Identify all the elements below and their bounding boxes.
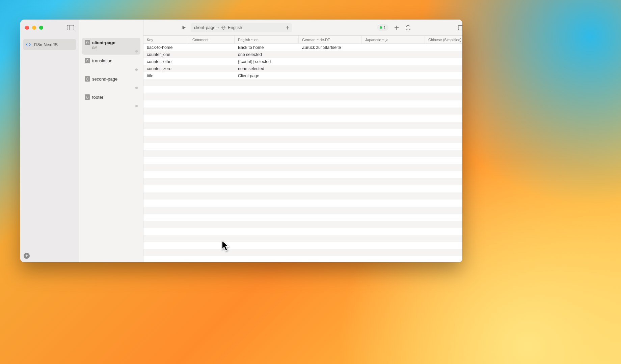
file-name: translation bbox=[92, 58, 112, 63]
cell-comment bbox=[189, 72, 235, 79]
json-icon: {} bbox=[85, 40, 90, 45]
toolbar: client-page › English ▲▼ 1 bbox=[143, 20, 462, 36]
cell-comment bbox=[189, 65, 235, 72]
cell-ja bbox=[362, 44, 425, 51]
cell-zh bbox=[425, 44, 462, 51]
table-row[interactable]: title Client page bbox=[143, 72, 462, 79]
file-item-footer[interactable]: {} footer bbox=[82, 92, 140, 109]
table-row[interactable]: counter_one one selected bbox=[143, 51, 462, 58]
json-icon: {} bbox=[85, 76, 90, 82]
file-item-translation[interactable]: {} translation bbox=[82, 56, 140, 73]
cell-key: back-to-home bbox=[143, 44, 189, 51]
status-dot-icon bbox=[135, 105, 138, 107]
svg-rect-0 bbox=[67, 25, 74, 30]
cell-de bbox=[299, 72, 362, 79]
cell-key: counter_zero bbox=[143, 65, 189, 72]
updown-icon: ▲▼ bbox=[286, 26, 289, 30]
sidebar-footer: + bbox=[20, 249, 79, 262]
cell-en: none selected bbox=[235, 65, 299, 72]
sync-icon[interactable] bbox=[405, 24, 411, 31]
cell-de: Zurück zur Startseite bbox=[299, 44, 362, 51]
cell-comment bbox=[189, 44, 235, 51]
svg-marker-2 bbox=[183, 26, 186, 29]
minimize-window-button[interactable] bbox=[32, 26, 36, 30]
zoom-window-button[interactable] bbox=[39, 26, 43, 30]
cell-en: {{count}} selected bbox=[235, 58, 299, 65]
cell-ja bbox=[362, 51, 425, 58]
col-chinese[interactable]: Chinese (Simplified) ~ bbox=[425, 36, 462, 43]
cell-ja bbox=[362, 72, 425, 79]
breadcrumb-language: English bbox=[228, 25, 242, 30]
chevron-right-icon: › bbox=[218, 25, 219, 30]
app-window: I18n NextJS + {} client-page 0/5 {} tran… bbox=[20, 20, 462, 262]
project-sidebar: I18n NextJS + bbox=[20, 20, 79, 262]
status-dot-icon bbox=[135, 68, 138, 71]
cell-ja bbox=[362, 58, 425, 65]
globe-icon bbox=[221, 25, 226, 30]
status-dot-icon bbox=[135, 87, 138, 89]
cell-en: one selected bbox=[235, 51, 299, 58]
cell-de bbox=[299, 58, 362, 65]
cell-comment bbox=[189, 58, 235, 65]
cell-key: counter_one bbox=[143, 51, 189, 58]
project-name: I18n NextJS bbox=[34, 42, 58, 47]
cell-en: Back to home bbox=[235, 44, 299, 51]
cell-ja bbox=[362, 65, 425, 72]
json-icon: {} bbox=[85, 94, 90, 100]
window-controls bbox=[20, 20, 79, 36]
main-area: client-page › English ▲▼ 1 bbox=[143, 20, 462, 262]
col-german[interactable]: German ~ de-DE bbox=[299, 36, 362, 43]
cell-key: title bbox=[143, 72, 189, 79]
col-japanese[interactable]: Japanese ~ ja bbox=[362, 36, 425, 43]
status-badge[interactable]: 1 bbox=[377, 24, 388, 31]
table-header: Key Comment English ~ en German ~ de-DE … bbox=[143, 36, 462, 44]
cell-zh bbox=[425, 72, 462, 79]
svg-rect-8 bbox=[458, 25, 462, 30]
col-english[interactable]: English ~ en bbox=[235, 36, 299, 43]
toggle-left-sidebar-icon[interactable] bbox=[67, 25, 74, 31]
status-dot-icon bbox=[135, 50, 138, 53]
cell-zh bbox=[425, 58, 462, 65]
col-key[interactable]: Key bbox=[143, 36, 189, 43]
table-row[interactable]: counter_other {{count}} selected bbox=[143, 58, 462, 65]
json-icon: {} bbox=[85, 58, 90, 63]
close-window-button[interactable] bbox=[25, 26, 29, 30]
add-button[interactable] bbox=[393, 24, 400, 31]
file-name: second-page bbox=[92, 77, 117, 82]
file-item-client-page[interactable]: {} client-page 0/5 bbox=[82, 38, 140, 55]
cell-key: counter_other bbox=[143, 58, 189, 65]
file-name: footer bbox=[92, 95, 103, 100]
badge-count: 1 bbox=[384, 26, 386, 30]
table-row[interactable]: back-to-home Back to home Zurück zur Sta… bbox=[143, 44, 462, 51]
cell-de bbox=[299, 65, 362, 72]
file-item-second-page[interactable]: {} second-page bbox=[82, 74, 140, 91]
files-panel: {} client-page 0/5 {} translation {} sec… bbox=[79, 20, 143, 262]
check-dot-icon bbox=[380, 26, 382, 29]
breadcrumb-file: client-page bbox=[194, 25, 216, 30]
toggle-right-sidebar-icon[interactable] bbox=[458, 24, 462, 31]
play-icon[interactable] bbox=[180, 24, 188, 32]
table-body: back-to-home Back to home Zurück zur Sta… bbox=[143, 44, 462, 262]
breadcrumb[interactable]: client-page › English ▲▼ bbox=[191, 23, 292, 32]
cell-comment bbox=[189, 51, 235, 58]
table-row[interactable]: counter_zero none selected bbox=[143, 65, 462, 72]
project-item[interactable]: I18n NextJS bbox=[23, 39, 76, 50]
project-icon bbox=[26, 42, 31, 47]
cell-de bbox=[299, 51, 362, 58]
file-progress: 0/5 bbox=[85, 46, 138, 50]
cell-zh bbox=[425, 65, 462, 72]
cell-en: Client page bbox=[235, 72, 299, 79]
col-comment[interactable]: Comment bbox=[189, 36, 235, 43]
add-project-button[interactable]: + bbox=[24, 253, 30, 259]
file-name: client-page bbox=[92, 40, 115, 45]
cell-zh bbox=[425, 51, 462, 58]
